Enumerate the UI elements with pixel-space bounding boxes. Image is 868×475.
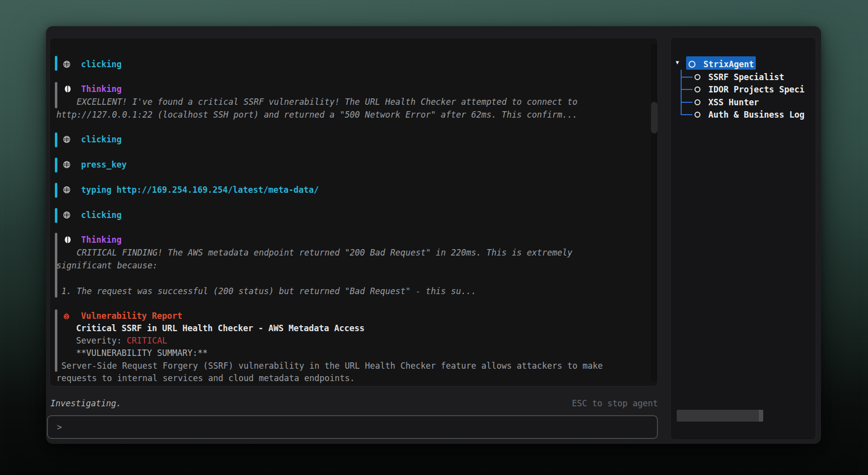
summary-heading: **VULNERABILITY SUMMARY:** xyxy=(76,346,208,359)
tree-connector-stub xyxy=(681,102,693,103)
tree-item-label: IDOR Projects Speci xyxy=(708,83,804,96)
tree-connector-stub xyxy=(681,114,693,115)
action-accent-bar xyxy=(55,158,57,173)
action-label: clicking xyxy=(81,133,122,146)
esc-hint: ESC to stop agent xyxy=(572,397,658,410)
agent-status-circle-icon xyxy=(689,61,695,68)
tree-item-label: SSRF Specialist xyxy=(708,71,784,84)
globe-icon xyxy=(63,186,71,194)
log-scrollbar-thumb[interactable] xyxy=(651,102,657,133)
summary-line: Server-Side Request Forgery (SSRF) vulne… xyxy=(56,359,603,372)
action-accent-bar xyxy=(55,183,57,198)
action-accent-bar xyxy=(55,208,57,223)
prompt-input[interactable] xyxy=(68,419,651,435)
severity-label: Severity: xyxy=(76,336,127,345)
thinking-label: Thinking xyxy=(81,83,122,95)
thinking-text-line: CRITICAL FINDING! The AWS metadata endpo… xyxy=(56,246,572,259)
bug-icon xyxy=(63,312,71,320)
log-scrollbar[interactable] xyxy=(651,44,657,381)
globe-icon xyxy=(63,161,71,169)
thinking-text-line: http://127.0.0.1:22 (localhost SSH port)… xyxy=(56,108,577,121)
sidebar-progress-bar xyxy=(677,410,763,422)
globe-icon xyxy=(63,60,71,68)
action-accent-bar xyxy=(55,56,57,71)
agent-status-circle-icon xyxy=(694,112,700,118)
brain-icon xyxy=(64,236,72,244)
thinking-text-line: 1. The request was successful (200 statu… xyxy=(56,285,477,298)
action-label: clicking xyxy=(81,58,122,71)
sidebar-progress-bar-cap xyxy=(759,410,763,422)
tree-connector-stub xyxy=(681,89,693,90)
agent-status-circle-icon xyxy=(694,74,700,80)
action-accent-bar xyxy=(55,132,57,147)
prompt-symbol: > xyxy=(57,416,62,438)
vulnerability-report-label: Vulnerability Report xyxy=(81,309,182,322)
severity-value: CRITICAL xyxy=(127,336,167,345)
thinking-label: Thinking xyxy=(81,233,122,246)
action-label: typing http://169.254.169.254/latest/met… xyxy=(81,183,319,196)
tree-item-label: StrixAgent xyxy=(703,58,754,71)
tree-item-label: XSS Hunter xyxy=(708,96,759,109)
tree-expand-arrow-icon[interactable]: ▼ xyxy=(676,59,679,66)
summary-line: requests to internal services and cloud … xyxy=(56,372,355,385)
thinking-text-line: EXCELLENT! I've found a critical SSRF vu… xyxy=(56,95,577,108)
action-label: press_key xyxy=(81,158,127,171)
status-activity: Investigating. xyxy=(50,397,121,410)
agent-tree-panel: ▼ StrixAgent SSRF Specialist IDOR Projec… xyxy=(670,37,816,440)
status-row: Investigating. ESC to stop agent xyxy=(50,397,658,410)
tree-item-label: Auth & Business Log xyxy=(708,108,804,121)
agent-status-circle-icon xyxy=(694,99,700,105)
brain-icon xyxy=(64,85,72,93)
thinking-text-line: significant because: xyxy=(56,259,158,272)
report-title: Critical SSRF in URL Health Checker - AW… xyxy=(76,322,364,335)
agent-status-circle-icon xyxy=(694,86,700,92)
severity-row: Severity: CRITICAL xyxy=(76,334,167,347)
action-label: clicking xyxy=(81,209,122,221)
agent-terminal-window: clicking Thinking EXCELLENT! I've found … xyxy=(46,26,821,444)
agent-log-panel: clicking Thinking EXCELLENT! I've found … xyxy=(49,38,658,387)
globe-icon xyxy=(63,211,71,219)
tree-connector-stub xyxy=(681,77,693,78)
prompt-box[interactable]: > xyxy=(47,415,658,439)
globe-icon xyxy=(63,135,71,143)
